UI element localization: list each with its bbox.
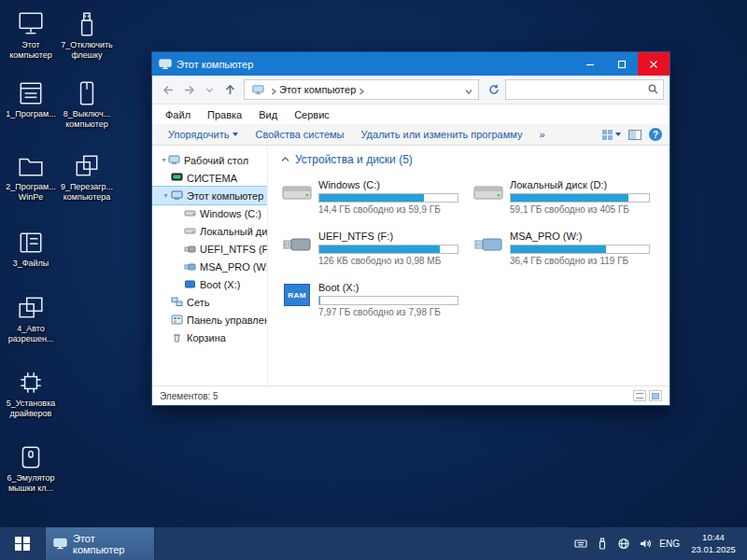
drive-usage-bar xyxy=(318,193,458,203)
breadcrumb[interactable]: Этот компьютер xyxy=(279,84,356,95)
desktop-icon-shutdown[interactable]: 8_Выключ... компьютер xyxy=(60,80,114,130)
chip-icon xyxy=(17,370,45,396)
clock-time: 10:44 xyxy=(687,532,740,543)
desktop-icon-programs-winpe[interactable]: 2_Програм... WinPe xyxy=(4,153,58,203)
drive-usage-bar xyxy=(318,245,458,254)
nav-item-desktop[interactable]: ▾ Рабочий стол xyxy=(152,151,267,169)
nav-item-recycle-bin[interactable]: Корзина xyxy=(152,329,267,346)
recycle-bin-icon xyxy=(171,332,183,343)
minimize-button[interactable] xyxy=(574,52,606,76)
address-bar[interactable]: Этот компьютер xyxy=(244,79,479,100)
desktop-icon-driver-install[interactable]: 5_Установка драйверов xyxy=(4,370,58,419)
desktop-icon-programs1[interactable]: 1_Програм... xyxy=(4,80,58,119)
taskbar-clock[interactable]: 10:44 23.01.2025 xyxy=(687,532,740,555)
taskbar-app-label: Этот компьютер xyxy=(73,533,147,555)
drive-tile-x[interactable]: RAM Boot (X:) 7,97 ГБ свободно из 7,98 Г… xyxy=(281,282,472,317)
desktop-icon-reboot[interactable]: 9_Перезагр... компьютера xyxy=(60,153,114,203)
desktop-icon-files[interactable]: 3_Файлы xyxy=(4,230,58,269)
thumbnail-view-button[interactable] xyxy=(649,390,662,401)
start-button[interactable] xyxy=(0,527,45,560)
uninstall-program-button[interactable]: Удалить или изменить программу xyxy=(352,129,530,140)
computer-icon xyxy=(17,11,45,37)
desktop-icon-mouse-emulator[interactable]: 6_Эмулятор мышки кл... xyxy=(4,444,58,494)
nav-item-this-pc[interactable]: ▾ Этот компьютер xyxy=(152,187,267,204)
system-properties-button[interactable]: Свойства системы xyxy=(247,129,352,140)
keyboard-icon[interactable] xyxy=(573,538,587,551)
file-list-area: Устройства и диски (5) Windows (C:) 14,4… xyxy=(268,146,669,385)
hdd-icon xyxy=(184,208,196,218)
nav-item-control-panel[interactable]: Панель управлени xyxy=(152,311,267,329)
forward-button[interactable] xyxy=(178,79,199,100)
expand-arrow-icon[interactable]: ▾ xyxy=(162,191,170,200)
nav-item-drive-f[interactable]: UEFI_NTFS (F:) xyxy=(152,240,267,258)
group-header-devices[interactable]: Устройства и диски (5) xyxy=(281,153,660,166)
close-button[interactable] xyxy=(638,52,669,76)
refresh-button[interactable] xyxy=(483,79,505,100)
usb-tray-icon[interactable] xyxy=(595,538,609,551)
desktop-icon-label: Этот компьютер xyxy=(4,40,58,61)
drive-usage-fill xyxy=(511,194,628,202)
recent-locations-dropdown[interactable] xyxy=(199,79,219,100)
desktop-icon-label: 8_Выключ... компьютер xyxy=(60,109,114,130)
drive-tile-c[interactable]: Windows (C:) 14,4 ГБ свободно из 59,9 ГБ xyxy=(281,179,472,215)
desktop-icon-auto-resolution[interactable]: 4_Авто разрешен... xyxy=(4,295,58,344)
drive-usage-bar xyxy=(510,193,650,203)
chevron-down-icon xyxy=(615,133,621,136)
change-view-button[interactable] xyxy=(602,130,621,140)
up-button[interactable] xyxy=(219,79,240,100)
windows-overlap-icon xyxy=(17,295,45,321)
drive-name: MSA_PRO (W:) xyxy=(510,231,650,243)
address-dropdown-icon[interactable] xyxy=(465,86,472,93)
explorer-window: Этот компьютер Этот компьютер Файл Правк… xyxy=(151,51,670,406)
details-view-button[interactable] xyxy=(633,390,646,401)
nav-item-drive-c[interactable]: Windows (C:) xyxy=(152,204,267,222)
menu-bar: Файл Правка Вид Сервис xyxy=(152,105,669,124)
ram-label: RAM xyxy=(284,284,310,306)
drive-usage-fill xyxy=(319,297,320,304)
drive-tile-d[interactable]: Локальный диск (D:) 59,1 ГБ свободно из … xyxy=(472,179,664,215)
nav-item-drive-x[interactable]: Boot (X:) xyxy=(152,275,267,293)
nav-item-drive-d[interactable]: Локальный диск xyxy=(152,222,267,240)
language-indicator[interactable]: ENG xyxy=(659,539,680,549)
taskbar-app-this-pc[interactable]: Этот компьютер xyxy=(45,527,155,560)
window-titlebar[interactable]: Этот компьютер xyxy=(152,52,669,76)
drive-name: UEFI_NTFS (F:) xyxy=(318,231,458,243)
nav-item-system[interactable]: СИСТЕМА xyxy=(152,169,267,187)
drive-free-space: 14,4 ГБ свободно из 59,9 ГБ xyxy=(318,204,458,215)
drive-name: Boot (X:) xyxy=(318,282,458,294)
drive-free-space: 7,97 ГБ свободно из 7,98 ГБ xyxy=(318,307,458,317)
menu-service[interactable]: Сервис xyxy=(287,109,337,120)
desktop-icon-eject-usb[interactable]: 7_Отключить флешку xyxy=(60,11,114,61)
usb-drive-icon xyxy=(184,244,196,254)
drive-tile-w[interactable]: MSA_PRO (W:) 36,4 ГБ свободно из 119 ГБ xyxy=(472,231,664,266)
drive-usage-bar xyxy=(510,245,650,254)
organize-button[interactable]: Упорядочить xyxy=(160,129,247,140)
maximize-button[interactable] xyxy=(606,52,638,76)
drive-name: Windows (C:) xyxy=(318,179,458,191)
nav-item-network[interactable]: Сеть xyxy=(152,293,267,311)
desktop-icon xyxy=(168,155,180,165)
nav-item-drive-w[interactable]: MSA_PRO (W:) xyxy=(152,258,267,275)
network-globe-icon[interactable] xyxy=(616,538,630,551)
usb-icon xyxy=(73,11,101,37)
search-box[interactable] xyxy=(505,79,664,100)
drive-tile-f[interactable]: UEFI_NTFS (F:) 126 КБ свободно из 0,98 М… xyxy=(281,231,472,266)
expand-arrow-icon[interactable]: ▾ xyxy=(160,156,168,164)
menu-view[interactable]: Вид xyxy=(251,109,285,120)
desktop-icon-this-pc[interactable]: Этот компьютер xyxy=(4,11,58,61)
preview-pane-button[interactable] xyxy=(628,130,641,140)
more-commands-button[interactable]: » xyxy=(530,129,553,140)
clock-date: 23.01.2025 xyxy=(687,544,740,555)
hdd-icon xyxy=(472,179,504,205)
folder-icon xyxy=(17,153,45,179)
volume-icon[interactable] xyxy=(638,538,652,551)
drive-free-space: 36,4 ГБ свободно из 119 ГБ xyxy=(510,256,650,266)
menu-file[interactable]: Файл xyxy=(158,109,198,120)
search-input[interactable] xyxy=(511,84,648,95)
back-button[interactable] xyxy=(158,79,178,100)
mouse-icon xyxy=(17,444,45,470)
menu-edit[interactable]: Правка xyxy=(200,109,249,120)
view-grid-icon xyxy=(602,130,613,140)
help-button[interactable]: ? xyxy=(649,128,662,141)
computer-icon xyxy=(159,59,172,70)
